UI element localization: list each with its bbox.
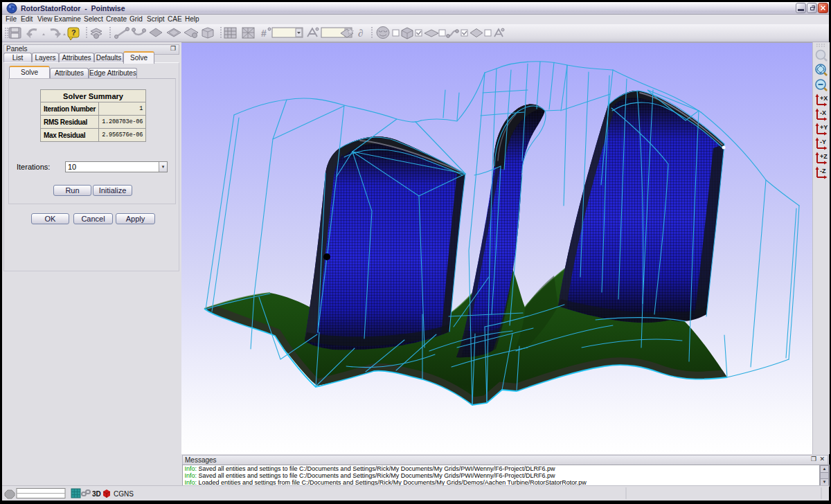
svg-text:CGNS: CGNS xyxy=(114,490,134,498)
svg-text:-X: -X xyxy=(820,109,826,116)
svg-text:-Y: -Y xyxy=(820,138,826,145)
svg-text:3D: 3D xyxy=(92,490,101,498)
svg-text:-Z: -Z xyxy=(820,168,826,174)
svg-text:+Z: +Z xyxy=(820,153,828,160)
svg-text:?: ? xyxy=(71,28,76,37)
svg-text:∂: ∂ xyxy=(358,28,363,39)
svg-text:+Y: +Y xyxy=(820,124,828,131)
svg-text:+X: +X xyxy=(820,95,828,102)
svg-text:#: # xyxy=(261,28,267,39)
